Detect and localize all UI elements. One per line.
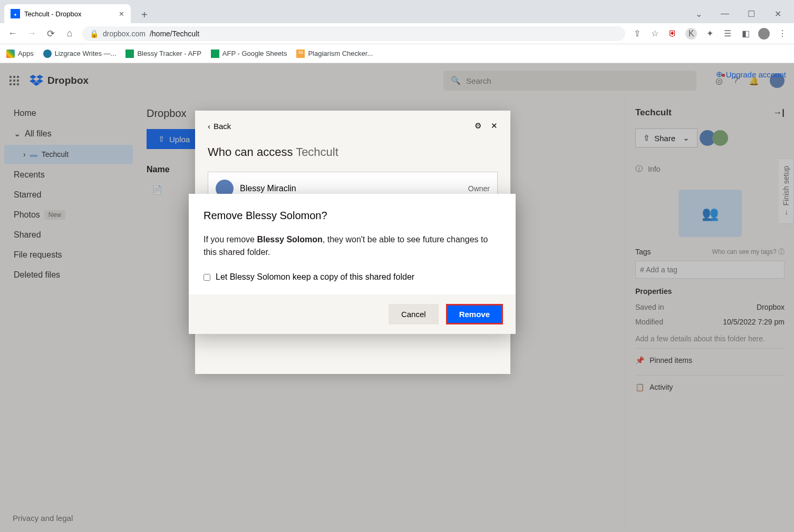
mcafee-icon[interactable]: ⛨ (667, 29, 678, 38)
modal-title: Remove Blessy Solomon? (204, 210, 501, 222)
bookmark-4[interactable]: ssPlagiarism Checker... (296, 50, 373, 58)
chevron-down-icon[interactable]: ⌄ (691, 9, 706, 19)
profile-icon[interactable]: K (685, 28, 697, 40)
maximize-icon[interactable]: ☐ (743, 9, 759, 19)
remove-button[interactable]: Remove (446, 304, 503, 324)
url-domain: dropbox.com (103, 29, 146, 38)
chevron-left-icon: ‹ (208, 122, 210, 131)
share-url-icon[interactable]: ⇪ (632, 28, 642, 38)
apps-icon (6, 50, 15, 58)
sheets-icon (125, 50, 134, 58)
apps-bookmark[interactable]: Apps (6, 50, 34, 58)
address-bar: ← → ⟳ ⌂ 🔒 dropbox.com/home/Techcult ⇪ ☆ … (0, 23, 794, 44)
wp-icon (43, 50, 52, 58)
share-panel-title: Who can access Techcult (195, 141, 510, 163)
forward-icon[interactable]: → (25, 28, 38, 39)
addr-right-icons: ⇪ ☆ ⛨ K ✦ ☰ ◧ ⋮ (632, 28, 788, 40)
url-path: /home/Techcult (150, 29, 199, 38)
close-icon[interactable]: ✕ (770, 9, 786, 19)
share-panel-header: ‹Back ⚙✕ (195, 111, 510, 141)
new-tab-button[interactable]: + (137, 7, 152, 23)
bookmark-1[interactable]: Lizgrace Writes —... (43, 50, 117, 58)
member-name: Blessy Miraclin (240, 184, 462, 193)
avatar-icon[interactable] (758, 28, 770, 40)
window-controls: ⌄ — ☐ ✕ (691, 9, 790, 23)
lock-icon: 🔒 (90, 29, 99, 38)
url-input[interactable]: 🔒 dropbox.com/home/Techcult (82, 26, 625, 41)
member-role: Owner (468, 184, 490, 193)
extensions-icon[interactable]: ✦ (704, 28, 715, 38)
sheets-icon (211, 50, 219, 58)
checkbox-input[interactable] (204, 274, 210, 281)
sst-icon: ss (296, 50, 305, 58)
minimize-icon[interactable]: — (717, 9, 733, 19)
close-tab-icon[interactable]: ✕ (119, 10, 124, 18)
home-icon[interactable]: ⌂ (63, 28, 76, 39)
gear-icon[interactable]: ⚙ (475, 121, 481, 131)
star-icon[interactable]: ☆ (650, 28, 660, 38)
close-icon[interactable]: ✕ (491, 121, 498, 131)
modal-text: If you remove Blessy Solomon, they won't… (204, 233, 501, 259)
side-panel-icon[interactable]: ◧ (740, 28, 751, 38)
tab-title: Techcult - Dropbox (24, 10, 81, 18)
back-icon[interactable]: ← (6, 28, 19, 39)
modal-body: Remove Blessy Solomon? If you remove Ble… (189, 194, 516, 294)
reload-icon[interactable]: ⟳ (44, 28, 57, 40)
cancel-button[interactable]: Cancel (389, 304, 439, 324)
modal-footer: Cancel Remove (189, 294, 516, 334)
back-button[interactable]: ‹Back (208, 122, 231, 131)
bookmark-3[interactable]: AFP - Google Sheets (211, 50, 287, 58)
dropbox-favicon: ⬥ (11, 9, 20, 18)
bookmarks-bar: Apps Lizgrace Writes —... Blessy Tracker… (0, 44, 794, 63)
tab-strip: ⬥ Techcult - Dropbox ✕ + ⌄ — ☐ ✕ (0, 0, 794, 23)
reading-list-icon[interactable]: ☰ (722, 28, 733, 38)
browser-tab[interactable]: ⬥ Techcult - Dropbox ✕ (4, 4, 131, 23)
menu-icon[interactable]: ⋮ (777, 28, 788, 38)
keep-copy-checkbox[interactable]: Let Blessy Solomon keep a copy of this s… (204, 272, 501, 282)
bookmark-2[interactable]: Blessy Tracker - AFP (125, 50, 201, 58)
confirm-remove-modal: Remove Blessy Solomon? If you remove Ble… (189, 194, 516, 334)
